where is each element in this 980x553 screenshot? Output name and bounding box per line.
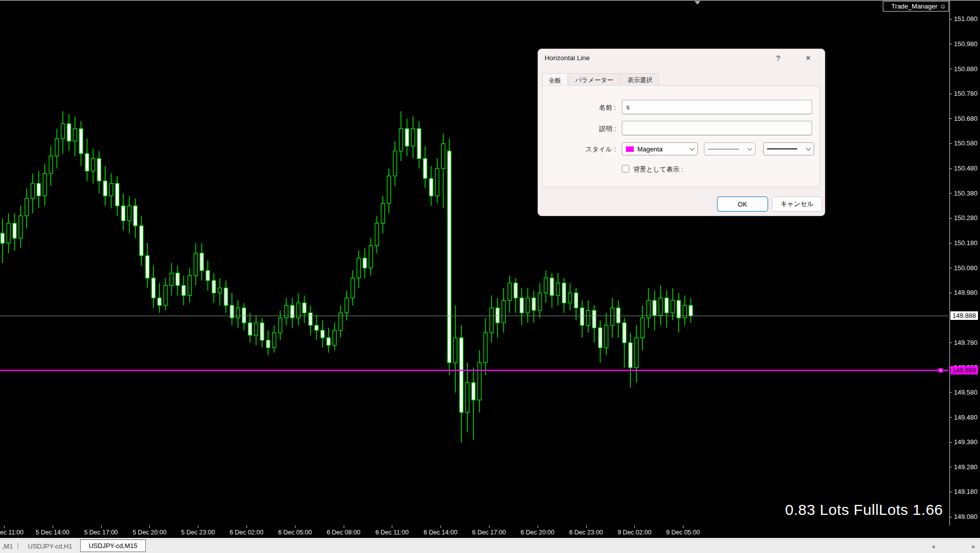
- price-tick-label: 149.480: [954, 414, 977, 421]
- candle-body: [73, 129, 77, 141]
- price-tick: [950, 492, 952, 492]
- tab-usdjpy-m15-active[interactable]: USDJPY-cd,M15: [80, 539, 146, 552]
- price-tick-label: 149.380: [954, 438, 977, 446]
- candle-body: [49, 156, 53, 173]
- candle-body: [122, 206, 125, 221]
- candle-body: [255, 323, 258, 335]
- candle-body: [459, 338, 463, 413]
- candle-body: [538, 293, 542, 310]
- candle-body: [116, 183, 119, 206]
- candle-body: [321, 330, 324, 338]
- description-field[interactable]: [622, 121, 812, 135]
- time-tick: [538, 525, 538, 528]
- close-icon[interactable]: ×: [800, 52, 817, 64]
- dialog-title: Horizontal Line: [545, 54, 590, 62]
- help-button[interactable]: ?: [770, 52, 787, 64]
- tab-scroll-right-icon[interactable]: ►: [971, 543, 976, 549]
- line-style-dropdown[interactable]: [704, 142, 756, 155]
- candle-body: [611, 308, 614, 325]
- price-axis[interactable]: 151.080150.980150.880150.780150.680150.5…: [949, 0, 980, 525]
- candle-body: [532, 298, 536, 310]
- candle-body: [242, 308, 246, 323]
- candle-body: [224, 288, 227, 305]
- tab-usdjpy-m1[interactable]: ,M1: [2, 542, 13, 550]
- candle-body: [641, 318, 644, 338]
- line-width-sample: [767, 148, 797, 149]
- chevron-down-icon: [806, 146, 811, 151]
- scroll-to-end-marker-icon[interactable]: [694, 1, 700, 5]
- tab-divider: |: [17, 541, 19, 549]
- candle-body: [249, 323, 252, 335]
- cancel-button[interactable]: キャンセル: [772, 197, 822, 212]
- line-width-dropdown[interactable]: [763, 142, 814, 155]
- time-tick-label: 6 Dec 02:00: [229, 529, 263, 536]
- price-tick: [950, 118, 952, 119]
- candle-body: [327, 338, 330, 345]
- candle-body: [381, 204, 385, 224]
- candle-body: [309, 313, 312, 325]
- price-tick: [950, 342, 952, 343]
- candle-body: [617, 308, 620, 323]
- candle-body: [677, 300, 680, 318]
- time-tick: [295, 525, 296, 528]
- price-tick: [950, 392, 952, 393]
- time-tick: [344, 525, 344, 528]
- candle-body: [315, 325, 318, 330]
- candle-body: [103, 181, 107, 196]
- candle-body: [134, 206, 137, 226]
- price-tick: [950, 417, 952, 418]
- candle-body: [387, 176, 391, 204]
- candle-body: [393, 151, 397, 176]
- time-axis[interactable]: ec 11:005 Dec 14:005 Dec 17:005 Dec 20:0…: [0, 525, 980, 538]
- candle-body: [568, 293, 572, 303]
- background-checkbox[interactable]: [622, 165, 629, 172]
- time-tick-label: 9 Dec 05:00: [666, 529, 699, 536]
- candle-body: [375, 223, 379, 246]
- candle-body: [19, 216, 23, 238]
- price-tick-label: 150.180: [954, 239, 977, 247]
- style-label: スタイル :: [538, 145, 616, 154]
- candle-body: [188, 276, 191, 296]
- candle-body: [97, 158, 101, 181]
- price-tick: [950, 19, 952, 20]
- price-tick-label: 149.280: [954, 463, 977, 471]
- price-tick-label: 150.580: [954, 139, 977, 147]
- price-tick: [950, 143, 952, 144]
- candle-body: [79, 129, 83, 154]
- candle-body: [502, 300, 506, 323]
- candle-body: [85, 153, 89, 171]
- candle-body: [411, 129, 415, 146]
- candle-body: [351, 278, 354, 298]
- time-tick-label: 5 Dec 23:00: [181, 529, 214, 536]
- tab-scroll-left-icon[interactable]: ◄: [930, 543, 936, 549]
- candle-body: [574, 293, 578, 308]
- candle-body: [441, 144, 445, 169]
- candle-body: [423, 158, 427, 178]
- candle-body: [369, 246, 373, 268]
- candle-body: [417, 129, 421, 159]
- candle-body: [478, 362, 481, 400]
- time-tick-label: 6 Dec 08:00: [327, 529, 360, 536]
- color-dropdown[interactable]: Magenta: [622, 142, 698, 155]
- candle-body: [465, 383, 469, 413]
- name-field[interactable]: s: [622, 100, 812, 114]
- price-tick-label: 149.780: [954, 339, 977, 346]
- tab-usdjpy-h1[interactable]: USDJPY-cd,H1: [25, 542, 75, 550]
- time-tick-label: 5 Dec 20:00: [133, 529, 166, 536]
- candle-body: [496, 308, 500, 323]
- candle-body: [520, 298, 524, 313]
- candle-body: [399, 129, 403, 151]
- candle-body: [526, 298, 530, 313]
- price-tick: [950, 69, 952, 69]
- candle-body: [303, 303, 306, 313]
- time-tick-label: 6 Dec 14:00: [423, 529, 457, 536]
- candle-body: [43, 173, 47, 196]
- ok-button[interactable]: OK: [717, 197, 768, 212]
- name-label: 名前 :: [538, 103, 616, 112]
- candle-body: [13, 223, 17, 238]
- candle-body: [671, 300, 674, 313]
- time-tick: [198, 525, 198, 528]
- price-tick: [950, 467, 952, 467]
- name-value: s: [626, 103, 630, 111]
- candle-body: [170, 273, 173, 286]
